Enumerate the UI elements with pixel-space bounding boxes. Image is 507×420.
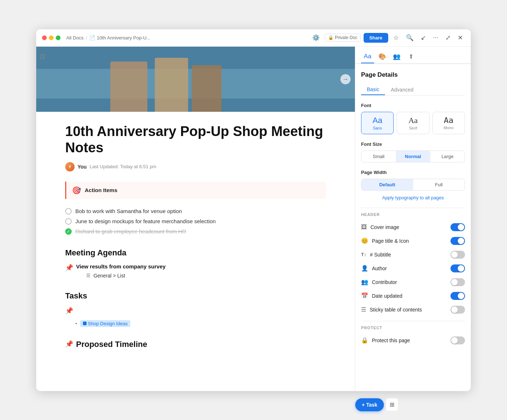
collapse-icon[interactable]: ⤢ — [443, 33, 453, 43]
font-size-label: Font Size — [361, 141, 465, 147]
cover-arrow-button[interactable]: → — [340, 74, 351, 84]
shop-design-label: Shop Design Ideas — [88, 321, 128, 326]
todo-checkbox-2[interactable] — [65, 218, 72, 225]
protect-toggle[interactable] — [451, 336, 465, 344]
cover-image-toggle[interactable] — [451, 223, 465, 231]
todo-text-3: Richard to grab employee headcount from … — [75, 228, 186, 234]
contributor-label: Contributor — [372, 279, 397, 285]
font-serif-aa: Aa — [400, 116, 426, 125]
search-icon[interactable]: 🔍 — [404, 33, 416, 43]
settings-icon[interactable]: ⚙️ — [310, 33, 322, 43]
sticky-toc-toggle[interactable] — [451, 306, 465, 314]
apply-typography-link[interactable]: Apply typography to all pages — [361, 195, 465, 200]
width-full[interactable]: Full — [413, 179, 465, 190]
contributor-icon: 👥 — [361, 279, 368, 285]
toggle-date-updated: 📅 Date updated — [361, 289, 465, 303]
page-title-toggle[interactable] — [451, 237, 465, 245]
protect-group-label: PROTECT — [361, 326, 465, 330]
bullet-text-1: General > List — [93, 273, 125, 279]
contributor-toggle[interactable] — [451, 278, 465, 286]
todo-item: June to design mockups for feature merch… — [65, 216, 326, 226]
breadcrumb-all-docs[interactable]: All Docs — [66, 35, 84, 41]
panel-tab-paint[interactable]: 🎨 — [376, 50, 389, 63]
subtitle-toggle[interactable] — [451, 251, 465, 259]
timeline-heading: Proposed Timeline — [76, 340, 147, 349]
date-label: Date updated — [372, 293, 402, 299]
size-small[interactable]: Small — [361, 151, 396, 162]
agenda-title-1: View results from company survey — [76, 263, 165, 270]
tab-advanced[interactable]: Advanced — [385, 84, 419, 95]
more-icon[interactable]: ··· — [431, 33, 440, 43]
doc-title: 10th Anniversary Pop-Up Shop Meeting Not… — [65, 123, 326, 156]
toggle-page-title: 😊 Page title & Icon — [361, 234, 465, 248]
tasks-heading: Tasks — [65, 291, 326, 301]
task-button[interactable]: + Task — [355, 398, 384, 411]
width-default[interactable]: Default — [361, 179, 413, 190]
todo-checkbox-3[interactable]: ✓ — [65, 228, 72, 235]
doc-content: 10th Anniversary Pop-Up Shop Meeting Not… — [36, 112, 355, 391]
panel-divider-2 — [361, 321, 465, 321]
font-mono[interactable]: Aa Mono — [432, 112, 465, 134]
action-items-label: Action Items — [85, 187, 117, 193]
tasks-bullet-list: • Shop Design Ideas — [75, 319, 326, 328]
todo-item: Bob to work with Samantha for venue opti… — [65, 206, 326, 216]
timeline-section: 📌 Proposed Timeline — [65, 340, 326, 355]
page-title-icon: 😊 — [361, 237, 368, 244]
subtitle-icon: T↕ — [361, 252, 366, 257]
doc-meta: Y You Last Updated: Today at 6:51 pm — [65, 162, 326, 171]
font-serif[interactable]: Aa Serif — [397, 112, 429, 134]
meeting-agenda-section: Meeting Agenda 📌 View results from compa… — [65, 248, 326, 280]
lock-badge: 🔒 Private Doc — [325, 34, 361, 42]
author-toggle[interactable] — [451, 264, 465, 272]
tasks-item: 📌 — [65, 306, 326, 315]
share-button[interactable]: Share — [364, 33, 388, 43]
star-icon[interactable]: ☆ — [391, 33, 401, 43]
cover-image: → — [36, 47, 355, 112]
breadcrumb-doc-title[interactable]: 10th Anniversary Pop-U... — [97, 35, 150, 41]
minimize-button[interactable] — [49, 35, 54, 40]
size-large[interactable]: Large — [430, 151, 465, 162]
bullet-item-1: ☰ General > List — [86, 272, 165, 280]
panel-tab-export[interactable]: ⬆ — [405, 50, 418, 63]
date-icon: 📅 — [361, 292, 368, 299]
close-icon[interactable]: ✕ — [456, 33, 465, 43]
toggle-cover-image: 🖼 Cover image — [361, 220, 465, 234]
close-button[interactable] — [42, 35, 47, 40]
panel-tabs-bar: Aa 🎨 👥 ⬆ — [355, 47, 471, 64]
shop-design-tag[interactable]: Shop Design Ideas — [80, 320, 131, 327]
font-mono-aa: Aa — [436, 116, 462, 125]
agenda-icon-1: 📌 — [65, 264, 73, 272]
doc-last-updated: Last Updated: Today at 6:51 pm — [89, 164, 156, 169]
export-icon[interactable]: ↙ — [419, 33, 428, 43]
lock-label: Private Doc — [335, 35, 357, 40]
panel-tab-users[interactable]: 👥 — [390, 50, 403, 63]
traffic-lights — [42, 35, 60, 40]
tab-basic[interactable]: Basic — [361, 84, 385, 95]
toggle-contributor: 👥 Contributor — [361, 275, 465, 289]
todo-text-2: June to design mockups for feature merch… — [75, 218, 216, 224]
bullet-icon-1: ☰ — [86, 273, 91, 278]
basic-advanced-tabs: Basic Advanced — [361, 84, 465, 96]
panel-title: Page Details — [361, 71, 465, 79]
font-sans[interactable]: Aa Sans — [361, 112, 394, 134]
grid-button[interactable]: ⊞ — [386, 398, 398, 411]
size-normal[interactable]: Normal — [396, 151, 430, 162]
panel-tab-text[interactable]: Aa — [361, 50, 374, 63]
sidebar-toggle[interactable]: ⊡ — [40, 52, 45, 60]
font-size-options: Small Normal Large — [361, 150, 465, 162]
font-sans-aa: Aa — [364, 116, 390, 125]
author-icon: 👤 — [361, 265, 368, 272]
timeline-icon: 📌 — [65, 340, 73, 348]
todo-checkbox-1[interactable] — [65, 208, 72, 215]
date-toggle[interactable] — [451, 292, 465, 300]
title-bar-actions: ⚙️ 🔒 Private Doc Share ☆ 🔍 ↙ ··· ⤢ ✕ — [310, 33, 465, 43]
breadcrumb-separator: / — [86, 35, 87, 41]
doc-author: You — [77, 164, 87, 170]
breadcrumb-doc[interactable]: 📄 10th Anniversary Pop-U... — [89, 35, 150, 41]
main-layout: ⊡ → 10th Anniversary Pop-Up Shop Meeting… — [36, 47, 471, 391]
lock-icon: 🔒 — [328, 35, 334, 40]
toggle-protect-page: 🔒 Protect this page — [361, 334, 465, 347]
maximize-button[interactable] — [56, 35, 60, 40]
subtitle-label: # Subtitle — [370, 252, 391, 258]
action-items-icon: 🎯 — [72, 186, 81, 195]
